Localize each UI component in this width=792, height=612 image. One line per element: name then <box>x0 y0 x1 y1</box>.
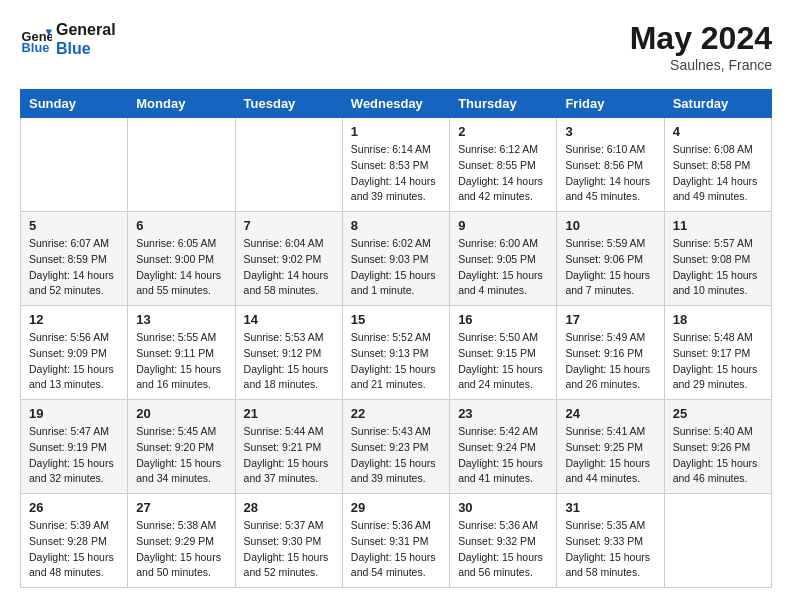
day-info: Sunrise: 6:00 AMSunset: 9:05 PMDaylight:… <box>458 236 548 299</box>
day-info: Sunrise: 6:04 AMSunset: 9:02 PMDaylight:… <box>244 236 334 299</box>
day-number: 16 <box>458 312 548 327</box>
sunrise-text: Sunrise: 6:04 AM <box>244 236 334 252</box>
daylight-text: Daylight: 14 hours and 45 minutes. <box>565 174 655 206</box>
day-info: Sunrise: 6:12 AMSunset: 8:55 PMDaylight:… <box>458 142 548 205</box>
weekday-header: Sunday <box>21 90 128 118</box>
daylight-text: Daylight: 15 hours and 26 minutes. <box>565 362 655 394</box>
day-number: 27 <box>136 500 226 515</box>
daylight-text: Daylight: 15 hours and 54 minutes. <box>351 550 441 582</box>
daylight-text: Daylight: 15 hours and 29 minutes. <box>673 362 763 394</box>
sunset-text: Sunset: 9:05 PM <box>458 252 548 268</box>
daylight-text: Daylight: 14 hours and 39 minutes. <box>351 174 441 206</box>
day-number: 14 <box>244 312 334 327</box>
day-info: Sunrise: 5:37 AMSunset: 9:30 PMDaylight:… <box>244 518 334 581</box>
sunset-text: Sunset: 9:25 PM <box>565 440 655 456</box>
sunset-text: Sunset: 9:33 PM <box>565 534 655 550</box>
sunrise-text: Sunrise: 5:38 AM <box>136 518 226 534</box>
daylight-text: Daylight: 14 hours and 55 minutes. <box>136 268 226 300</box>
title-area: May 2024 Saulnes, France <box>630 20 772 73</box>
day-info: Sunrise: 5:44 AMSunset: 9:21 PMDaylight:… <box>244 424 334 487</box>
calendar-cell <box>235 118 342 212</box>
weekday-header: Friday <box>557 90 664 118</box>
day-info: Sunrise: 5:45 AMSunset: 9:20 PMDaylight:… <box>136 424 226 487</box>
sunrise-text: Sunrise: 5:37 AM <box>244 518 334 534</box>
day-number: 21 <box>244 406 334 421</box>
day-number: 20 <box>136 406 226 421</box>
page-header: General Blue General Blue May 2024 Sauln… <box>20 20 772 73</box>
location: Saulnes, France <box>630 57 772 73</box>
day-number: 5 <box>29 218 119 233</box>
calendar-cell: 25Sunrise: 5:40 AMSunset: 9:26 PMDayligh… <box>664 400 771 494</box>
calendar-cell: 14Sunrise: 5:53 AMSunset: 9:12 PMDayligh… <box>235 306 342 400</box>
calendar-cell: 15Sunrise: 5:52 AMSunset: 9:13 PMDayligh… <box>342 306 449 400</box>
logo: General Blue General Blue <box>20 20 116 58</box>
day-info: Sunrise: 5:35 AMSunset: 9:33 PMDaylight:… <box>565 518 655 581</box>
sunrise-text: Sunrise: 5:35 AM <box>565 518 655 534</box>
sunrise-text: Sunrise: 6:14 AM <box>351 142 441 158</box>
sunset-text: Sunset: 9:26 PM <box>673 440 763 456</box>
calendar-cell: 23Sunrise: 5:42 AMSunset: 9:24 PMDayligh… <box>450 400 557 494</box>
day-info: Sunrise: 5:40 AMSunset: 9:26 PMDaylight:… <box>673 424 763 487</box>
calendar-cell: 1Sunrise: 6:14 AMSunset: 8:53 PMDaylight… <box>342 118 449 212</box>
day-info: Sunrise: 5:38 AMSunset: 9:29 PMDaylight:… <box>136 518 226 581</box>
calendar-cell: 31Sunrise: 5:35 AMSunset: 9:33 PMDayligh… <box>557 494 664 588</box>
daylight-text: Daylight: 15 hours and 34 minutes. <box>136 456 226 488</box>
sunrise-text: Sunrise: 6:12 AM <box>458 142 548 158</box>
sunrise-text: Sunrise: 5:47 AM <box>29 424 119 440</box>
day-info: Sunrise: 5:36 AMSunset: 9:31 PMDaylight:… <box>351 518 441 581</box>
day-number: 19 <box>29 406 119 421</box>
calendar-cell: 11Sunrise: 5:57 AMSunset: 9:08 PMDayligh… <box>664 212 771 306</box>
day-info: Sunrise: 5:42 AMSunset: 9:24 PMDaylight:… <box>458 424 548 487</box>
sunset-text: Sunset: 9:24 PM <box>458 440 548 456</box>
day-info: Sunrise: 5:36 AMSunset: 9:32 PMDaylight:… <box>458 518 548 581</box>
day-info: Sunrise: 6:07 AMSunset: 8:59 PMDaylight:… <box>29 236 119 299</box>
sunset-text: Sunset: 9:31 PM <box>351 534 441 550</box>
day-number: 6 <box>136 218 226 233</box>
daylight-text: Daylight: 15 hours and 4 minutes. <box>458 268 548 300</box>
day-info: Sunrise: 5:50 AMSunset: 9:15 PMDaylight:… <box>458 330 548 393</box>
sunset-text: Sunset: 8:56 PM <box>565 158 655 174</box>
day-info: Sunrise: 6:05 AMSunset: 9:00 PMDaylight:… <box>136 236 226 299</box>
calendar-cell: 19Sunrise: 5:47 AMSunset: 9:19 PMDayligh… <box>21 400 128 494</box>
calendar-cell <box>128 118 235 212</box>
sunrise-text: Sunrise: 6:10 AM <box>565 142 655 158</box>
day-info: Sunrise: 5:39 AMSunset: 9:28 PMDaylight:… <box>29 518 119 581</box>
svg-text:Blue: Blue <box>22 40 50 55</box>
day-number: 29 <box>351 500 441 515</box>
day-info: Sunrise: 5:59 AMSunset: 9:06 PMDaylight:… <box>565 236 655 299</box>
sunset-text: Sunset: 9:32 PM <box>458 534 548 550</box>
daylight-text: Daylight: 14 hours and 52 minutes. <box>29 268 119 300</box>
day-number: 30 <box>458 500 548 515</box>
daylight-text: Daylight: 15 hours and 24 minutes. <box>458 362 548 394</box>
day-number: 15 <box>351 312 441 327</box>
sunset-text: Sunset: 9:06 PM <box>565 252 655 268</box>
sunrise-text: Sunrise: 5:56 AM <box>29 330 119 346</box>
day-info: Sunrise: 6:10 AMSunset: 8:56 PMDaylight:… <box>565 142 655 205</box>
day-info: Sunrise: 6:08 AMSunset: 8:58 PMDaylight:… <box>673 142 763 205</box>
sunrise-text: Sunrise: 5:48 AM <box>673 330 763 346</box>
day-info: Sunrise: 5:41 AMSunset: 9:25 PMDaylight:… <box>565 424 655 487</box>
sunrise-text: Sunrise: 5:36 AM <box>351 518 441 534</box>
day-number: 26 <box>29 500 119 515</box>
calendar-cell: 13Sunrise: 5:55 AMSunset: 9:11 PMDayligh… <box>128 306 235 400</box>
day-number: 17 <box>565 312 655 327</box>
sunset-text: Sunset: 9:03 PM <box>351 252 441 268</box>
daylight-text: Daylight: 15 hours and 41 minutes. <box>458 456 548 488</box>
sunrise-text: Sunrise: 5:53 AM <box>244 330 334 346</box>
daylight-text: Daylight: 15 hours and 7 minutes. <box>565 268 655 300</box>
calendar-cell: 17Sunrise: 5:49 AMSunset: 9:16 PMDayligh… <box>557 306 664 400</box>
calendar-cell: 9Sunrise: 6:00 AMSunset: 9:05 PMDaylight… <box>450 212 557 306</box>
calendar-cell: 6Sunrise: 6:05 AMSunset: 9:00 PMDaylight… <box>128 212 235 306</box>
day-info: Sunrise: 5:43 AMSunset: 9:23 PMDaylight:… <box>351 424 441 487</box>
calendar-cell: 29Sunrise: 5:36 AMSunset: 9:31 PMDayligh… <box>342 494 449 588</box>
sunset-text: Sunset: 9:09 PM <box>29 346 119 362</box>
sunset-text: Sunset: 9:16 PM <box>565 346 655 362</box>
daylight-text: Daylight: 15 hours and 39 minutes. <box>351 456 441 488</box>
sunrise-text: Sunrise: 6:00 AM <box>458 236 548 252</box>
sunset-text: Sunset: 8:58 PM <box>673 158 763 174</box>
sunrise-text: Sunrise: 5:44 AM <box>244 424 334 440</box>
logo-line2: Blue <box>56 39 116 58</box>
calendar-cell: 5Sunrise: 6:07 AMSunset: 8:59 PMDaylight… <box>21 212 128 306</box>
calendar-cell: 16Sunrise: 5:50 AMSunset: 9:15 PMDayligh… <box>450 306 557 400</box>
daylight-text: Daylight: 15 hours and 48 minutes. <box>29 550 119 582</box>
